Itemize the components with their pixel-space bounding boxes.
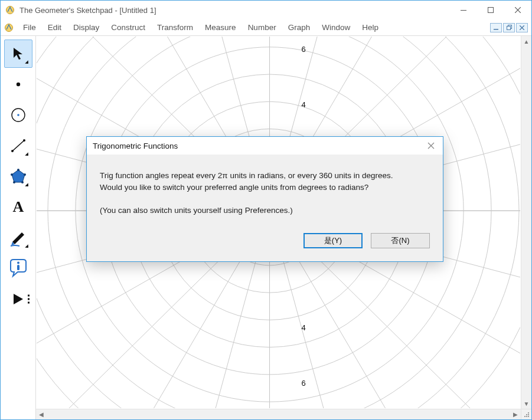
close-icon bbox=[515, 7, 521, 13]
mdi-close-button[interactable] bbox=[516, 23, 528, 32]
dialog-title: Trigonometric Functions bbox=[93, 142, 178, 150]
menu-help[interactable]: Help bbox=[356, 21, 384, 34]
scroll-down-button[interactable]: ▼ bbox=[521, 398, 532, 409]
dialog-body: Trig function angles repeat every 2π uni… bbox=[87, 155, 443, 222]
text-icon: A bbox=[9, 198, 27, 216]
straightedge-tool[interactable] bbox=[4, 132, 32, 160]
svg-rect-2 bbox=[488, 8, 494, 13]
svg-line-10 bbox=[12, 140, 24, 151]
menubar: File Edit Display Construct Transform Me… bbox=[1, 19, 531, 36]
point-icon bbox=[11, 77, 26, 92]
window-close-button[interactable] bbox=[504, 1, 531, 19]
svg-point-9 bbox=[17, 114, 19, 116]
dialog-close-button[interactable] bbox=[425, 142, 437, 149]
svg-point-20 bbox=[17, 262, 19, 264]
scroll-right-button[interactable]: ▶ bbox=[510, 409, 521, 420]
app-title: The Geometer's Sketchpad - [Untitled 1] bbox=[19, 6, 156, 15]
svg-point-17 bbox=[13, 181, 15, 183]
svg-point-15 bbox=[24, 173, 26, 176]
marker-tool[interactable] bbox=[4, 224, 32, 252]
point-tool[interactable] bbox=[4, 70, 32, 99]
dialog-button-row: 是(Y) 否(N) bbox=[87, 222, 443, 261]
scroll-left-button[interactable]: ◀ bbox=[36, 409, 47, 420]
options-corner-icon bbox=[25, 152, 28, 156]
mdi-controls bbox=[490, 23, 528, 32]
svg-rect-65 bbox=[528, 416, 529, 417]
scroll-up-button[interactable]: ▲ bbox=[521, 36, 532, 47]
svg-rect-60 bbox=[528, 412, 529, 414]
axis-tick-label: 4 bbox=[301, 323, 305, 332]
maximize-icon bbox=[488, 7, 494, 13]
titlebar: The Geometer's Sketchpad - [Untitled 1] bbox=[1, 1, 531, 19]
play-icon bbox=[11, 292, 25, 306]
restore-icon bbox=[507, 25, 512, 30]
document-icon bbox=[4, 23, 14, 32]
svg-point-7 bbox=[16, 83, 19, 86]
trig-functions-dialog: Trigonometric Functions Trig function an… bbox=[86, 136, 443, 262]
svg-rect-21 bbox=[17, 265, 19, 270]
more-dots-icon bbox=[28, 295, 30, 304]
svg-marker-22 bbox=[14, 294, 23, 304]
compass-tool[interactable] bbox=[4, 101, 32, 129]
menu-edit[interactable]: Edit bbox=[42, 21, 67, 34]
close-icon bbox=[520, 25, 524, 30]
options-corner-icon bbox=[25, 60, 28, 64]
menu-graph[interactable]: Graph bbox=[282, 21, 316, 34]
menu-file[interactable]: File bbox=[17, 21, 42, 34]
svg-marker-13 bbox=[12, 170, 25, 182]
menu-window[interactable]: Window bbox=[316, 21, 356, 34]
svg-rect-64 bbox=[526, 416, 527, 417]
polygon-tool[interactable] bbox=[4, 162, 32, 191]
mdi-restore-button[interactable] bbox=[503, 23, 515, 32]
svg-rect-62 bbox=[528, 414, 529, 415]
menu-display[interactable]: Display bbox=[67, 21, 105, 34]
close-icon bbox=[427, 142, 435, 149]
circle-icon bbox=[9, 106, 27, 124]
custom-tool[interactable] bbox=[4, 285, 32, 313]
information-tool[interactable] bbox=[4, 254, 32, 283]
resize-grip[interactable] bbox=[521, 409, 531, 419]
menu-transform[interactable]: Transform bbox=[151, 21, 199, 34]
menu-construct[interactable]: Construct bbox=[105, 21, 151, 34]
toolbox: A bbox=[1, 36, 36, 419]
menu-number[interactable]: Number bbox=[242, 21, 282, 34]
horizontal-scrollbar[interactable]: ◀ ▶ bbox=[36, 409, 521, 419]
resize-grip-icon bbox=[523, 411, 530, 418]
svg-rect-61 bbox=[526, 414, 527, 415]
svg-rect-4 bbox=[494, 29, 498, 30]
window-minimize-button[interactable] bbox=[450, 1, 477, 19]
info-icon bbox=[8, 258, 28, 278]
svg-rect-1 bbox=[461, 10, 466, 11]
svg-rect-6 bbox=[507, 27, 510, 30]
svg-point-18 bbox=[11, 173, 13, 176]
dialog-message-line1: Trig function angles repeat every 2π uni… bbox=[100, 170, 430, 182]
svg-point-14 bbox=[17, 169, 19, 171]
vertical-scrollbar[interactable]: ▲ ▼ bbox=[521, 36, 531, 409]
svg-point-16 bbox=[21, 181, 24, 183]
text-tool[interactable]: A bbox=[4, 193, 32, 221]
dialog-no-button[interactable]: 否(N) bbox=[371, 233, 430, 248]
app-icon bbox=[5, 5, 15, 15]
options-corner-icon bbox=[25, 183, 28, 186]
mdi-minimize-button[interactable] bbox=[490, 23, 502, 32]
axis-tick-label: 6 bbox=[301, 379, 305, 388]
minimize-icon bbox=[494, 25, 498, 30]
axis-tick-label: 4 bbox=[301, 100, 305, 109]
dialog-titlebar: Trigonometric Functions bbox=[87, 137, 443, 155]
options-corner-icon bbox=[25, 244, 28, 248]
menu-measure[interactable]: Measure bbox=[199, 21, 242, 34]
dialog-yes-button[interactable]: 是(Y) bbox=[303, 233, 363, 248]
window-maximize-button[interactable] bbox=[477, 1, 504, 19]
dialog-message-line2: Would you like to switch your preferred … bbox=[100, 182, 430, 193]
arrow-icon bbox=[11, 46, 26, 61]
app-window: The Geometer's Sketchpad - [Untitled 1] … bbox=[0, 0, 532, 420]
arrow-tool[interactable] bbox=[4, 40, 32, 68]
svg-text:A: A bbox=[12, 198, 24, 215]
segment-icon bbox=[9, 137, 27, 155]
minimize-icon bbox=[461, 7, 466, 13]
svg-point-11 bbox=[11, 150, 14, 152]
axis-tick-label: 6 bbox=[301, 45, 305, 54]
svg-rect-63 bbox=[524, 416, 526, 417]
dialog-message-line3: (You can also switch units yourself usin… bbox=[100, 205, 430, 216]
svg-point-12 bbox=[23, 139, 25, 142]
